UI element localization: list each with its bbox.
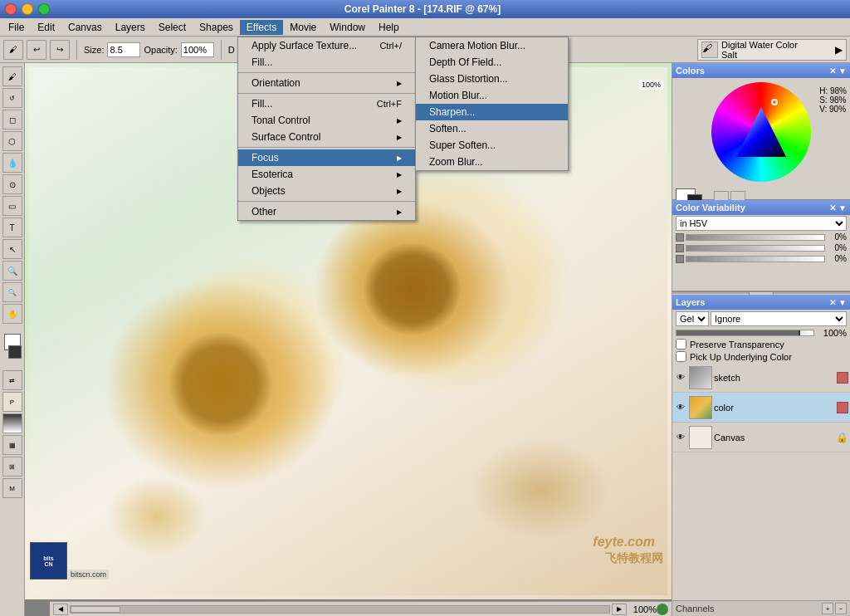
arrow-tool[interactable]: ↖ bbox=[2, 239, 22, 259]
menu-orientation[interactable]: Orientation ▶ bbox=[238, 75, 415, 91]
slider-track-1[interactable] bbox=[686, 234, 825, 241]
menu-shapes[interactable]: Shapes bbox=[193, 20, 240, 35]
zoom-left-btn[interactable]: ◀ bbox=[53, 604, 68, 615]
paper-swatch[interactable]: P bbox=[2, 392, 22, 412]
maximize-button[interactable] bbox=[38, 3, 50, 15]
brush-tool-btn[interactable]: 🖌 bbox=[3, 40, 23, 60]
dropper-tool[interactable]: 💧 bbox=[2, 153, 22, 173]
layers-del-btn[interactable]: − bbox=[835, 603, 847, 614]
menu-select[interactable]: Select bbox=[152, 20, 193, 35]
size-input[interactable] bbox=[107, 42, 140, 57]
menu-focus[interactable]: Focus ▶ bbox=[238, 149, 415, 166]
menu-layers[interactable]: Layers bbox=[109, 20, 152, 35]
layers-controls: Gel Ignore bbox=[672, 310, 850, 328]
close-button[interactable] bbox=[5, 3, 17, 15]
bg-color-box[interactable] bbox=[8, 345, 22, 359]
menu-sharpen[interactable]: Sharpen... bbox=[416, 104, 568, 120]
sep-2 bbox=[238, 93, 415, 94]
size-label: Size: bbox=[84, 45, 104, 55]
colors-panel-menu[interactable]: ▼ bbox=[838, 66, 847, 76]
minimize-button[interactable] bbox=[22, 3, 33, 15]
pan-tool[interactable]: ✋ bbox=[2, 304, 22, 324]
menu-help[interactable]: Help bbox=[372, 20, 406, 35]
slider-row-2: 0% bbox=[672, 242, 850, 253]
zoom-tool[interactable]: 🔍 bbox=[2, 261, 22, 281]
color-var-close[interactable]: ✕ bbox=[829, 203, 836, 213]
opacity-slider[interactable] bbox=[676, 330, 814, 336]
h-value: H: 98% bbox=[819, 86, 847, 95]
blend-mode-select[interactable]: Gel bbox=[676, 311, 709, 326]
redo-btn[interactable]: ↪ bbox=[50, 40, 70, 60]
menu-surface-control[interactable]: Surface Control ▶ bbox=[238, 129, 415, 145]
menu-file[interactable]: File bbox=[2, 20, 31, 35]
layer-canvas-row[interactable]: 👁 Canvas 🔒 bbox=[672, 423, 850, 452]
layer-canvas-lock: 🔒 bbox=[836, 432, 848, 443]
zoom-right-btn[interactable]: ▶ bbox=[612, 604, 627, 615]
rect-tool[interactable]: ▭ bbox=[2, 196, 22, 216]
layers-panel-close[interactable]: ✕ bbox=[829, 298, 836, 307]
color-var-select[interactable]: in H5V bbox=[676, 216, 847, 231]
weave-swatch[interactable]: ⊞ bbox=[2, 457, 22, 477]
preserve-transparency-cb[interactable] bbox=[676, 339, 686, 350]
slider-track-2[interactable] bbox=[686, 245, 825, 252]
menu-canvas[interactable]: Canvas bbox=[61, 20, 109, 35]
brush-tool[interactable]: 🖌 bbox=[2, 66, 22, 86]
menu-window[interactable]: Window bbox=[323, 20, 372, 35]
menu-soften[interactable]: Soften... bbox=[416, 120, 568, 137]
menu-fill-1[interactable]: Fill... bbox=[238, 54, 415, 71]
slider-val-1: 0% bbox=[827, 232, 847, 242]
pattern-swatch[interactable]: ▦ bbox=[2, 435, 22, 455]
menu-depth-of-field[interactable]: Depth Of Field... bbox=[416, 54, 568, 71]
color-var-menu[interactable]: ▼ bbox=[838, 203, 847, 213]
status-indicator bbox=[657, 604, 668, 615]
brush-arrow[interactable]: ▶ bbox=[835, 44, 843, 56]
rotate-tool[interactable]: ↺ bbox=[2, 88, 22, 108]
zoom-out-tool[interactable]: 🔍 bbox=[2, 282, 22, 302]
layers-new-btn[interactable]: + bbox=[822, 603, 833, 614]
brush-icon: 🖌 bbox=[701, 42, 718, 58]
slider-track-3[interactable] bbox=[686, 256, 825, 262]
watermark: feyte.com bbox=[593, 535, 655, 550]
opacity-input[interactable] bbox=[181, 42, 214, 57]
menu-apply-surface[interactable]: Apply Surface Texture... Ctrl+/ bbox=[238, 37, 415, 54]
color-wheel-area: H: 98% S: 98% V: 90% bbox=[672, 78, 850, 186]
layer-sketch-row[interactable]: 👁 sketch bbox=[672, 363, 850, 393]
separator-1 bbox=[76, 40, 77, 60]
menu-other[interactable]: Other ▶ bbox=[238, 203, 415, 220]
menu-camera-motion-blur[interactable]: Camera Motion Blur... bbox=[416, 37, 568, 54]
composite-select[interactable]: Ignore bbox=[711, 311, 847, 326]
pick-up-cb[interactable] bbox=[676, 351, 686, 362]
layer-color-row[interactable]: 👁 color bbox=[672, 393, 850, 423]
menu-effects[interactable]: Effects bbox=[240, 20, 283, 35]
layer-canvas-eye[interactable]: 👁 bbox=[674, 431, 687, 444]
menu-zoom-blur[interactable]: Zoom Blur... bbox=[416, 154, 568, 170]
menu-motion-blur[interactable]: Motion Blur... bbox=[416, 87, 568, 104]
layer-color-icon bbox=[837, 402, 848, 413]
h-scrollbar[interactable] bbox=[70, 605, 610, 614]
menu-fill-2[interactable]: Fill... Ctrl+F bbox=[238, 95, 415, 112]
media-selector[interactable]: M bbox=[2, 478, 22, 498]
slider-val-2: 0% bbox=[827, 243, 847, 252]
layer-sketch-eye[interactable]: 👁 bbox=[674, 371, 687, 384]
eraser-tool[interactable]: ◻ bbox=[2, 110, 22, 130]
menu-movie[interactable]: Movie bbox=[283, 20, 323, 35]
color-variability-panel: Color Variability ✕ ▼ in H5V 0% 0% bbox=[672, 200, 850, 291]
hsv-values: H: 98% S: 98% V: 90% bbox=[819, 86, 847, 114]
colors-panel-close[interactable]: ✕ bbox=[829, 66, 836, 76]
menu-super-soften[interactable]: Super Soften... bbox=[416, 137, 568, 154]
menu-edit[interactable]: Edit bbox=[31, 20, 61, 35]
fill-tool[interactable]: ⬡ bbox=[2, 131, 22, 151]
channels-label: Channels bbox=[676, 604, 714, 614]
menu-tonal-control[interactable]: Tonal Control ▶ bbox=[238, 112, 415, 129]
menu-objects[interactable]: Objects ▶ bbox=[238, 183, 415, 199]
layer-color-eye[interactable]: 👁 bbox=[674, 401, 687, 414]
lasso-tool[interactable]: ⊙ bbox=[2, 174, 22, 194]
grad-swatch[interactable] bbox=[2, 413, 22, 433]
menu-esoterica[interactable]: Esoterica ▶ bbox=[238, 166, 415, 183]
menu-glass-distortion[interactable]: Glass Distortion... bbox=[416, 71, 568, 87]
undo-btn[interactable]: ↩ bbox=[27, 40, 46, 60]
layers-panel-menu[interactable]: ▼ bbox=[838, 298, 847, 307]
text-tool[interactable]: T bbox=[2, 218, 22, 237]
color-swap[interactable]: ⇄ bbox=[2, 370, 22, 390]
window-title: Corel Painter 8 - [174.RIF @ 67%] bbox=[344, 3, 501, 15]
